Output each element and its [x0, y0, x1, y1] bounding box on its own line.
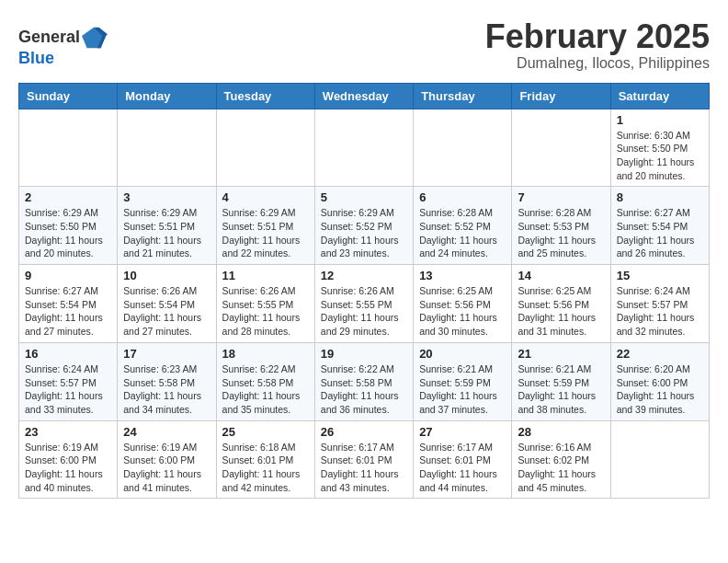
- logo: General Blue: [18, 24, 108, 67]
- day-info: Sunrise: 6:21 AM Sunset: 5:59 PM Dayligh…: [518, 362, 604, 417]
- day-info: Sunrise: 6:22 AM Sunset: 5:58 PM Dayligh…: [321, 362, 407, 417]
- title-area: February 2025 Dumalneg, Ilocos, Philippi…: [485, 18, 710, 72]
- calendar-cell: 27Sunrise: 6:17 AM Sunset: 6:01 PM Dayli…: [414, 420, 512, 499]
- weekday-header-friday: Friday: [512, 83, 610, 109]
- day-number: 28: [518, 425, 604, 439]
- day-number: 2: [25, 190, 111, 204]
- day-info: Sunrise: 6:28 AM Sunset: 5:53 PM Dayligh…: [518, 206, 604, 260]
- day-info: Sunrise: 6:21 AM Sunset: 5:59 PM Dayligh…: [419, 362, 506, 417]
- day-info: Sunrise: 6:25 AM Sunset: 5:56 PM Dayligh…: [419, 284, 506, 339]
- day-number: 24: [123, 425, 210, 439]
- calendar-cell: 5Sunrise: 6:29 AM Sunset: 5:52 PM Daylig…: [314, 187, 413, 265]
- calendar-cell: 15Sunrise: 6:24 AM Sunset: 5:57 PM Dayli…: [610, 265, 709, 343]
- week-row-1: 2Sunrise: 6:29 AM Sunset: 5:50 PM Daylig…: [19, 187, 710, 265]
- calendar-cell: [19, 109, 118, 187]
- week-row-4: 23Sunrise: 6:19 AM Sunset: 6:00 PM Dayli…: [19, 420, 710, 499]
- day-number: 9: [25, 269, 111, 282]
- day-number: 5: [321, 190, 407, 204]
- day-number: 10: [123, 269, 210, 282]
- calendar-cell: 28Sunrise: 6:16 AM Sunset: 6:02 PM Dayli…: [512, 420, 610, 499]
- day-info: Sunrise: 6:17 AM Sunset: 6:01 PM Dayligh…: [419, 441, 506, 495]
- calendar-cell: [118, 109, 216, 187]
- calendar-cell: 17Sunrise: 6:23 AM Sunset: 5:58 PM Dayli…: [118, 342, 216, 420]
- day-number: 11: [222, 269, 309, 282]
- week-row-3: 16Sunrise: 6:24 AM Sunset: 5:57 PM Dayli…: [19, 342, 710, 420]
- day-info: Sunrise: 6:23 AM Sunset: 5:58 PM Dayligh…: [123, 362, 210, 417]
- day-number: 22: [617, 347, 703, 361]
- day-number: 19: [321, 347, 407, 361]
- weekday-header-monday: Monday: [118, 83, 216, 109]
- day-info: Sunrise: 6:29 AM Sunset: 5:50 PM Dayligh…: [25, 206, 111, 260]
- weekday-header-saturday: Saturday: [610, 83, 709, 109]
- day-number: 27: [419, 425, 506, 439]
- calendar-cell: 14Sunrise: 6:25 AM Sunset: 5:56 PM Dayli…: [512, 265, 610, 343]
- calendar-cell: 7Sunrise: 6:28 AM Sunset: 5:53 PM Daylig…: [512, 187, 610, 265]
- day-info: Sunrise: 6:26 AM Sunset: 5:55 PM Dayligh…: [321, 284, 407, 339]
- header: General Blue February 2025 Dumalneg, Ilo…: [18, 18, 710, 72]
- calendar-cell: [314, 109, 413, 187]
- logo-icon: [82, 24, 108, 50]
- day-info: Sunrise: 6:19 AM Sunset: 6:00 PM Dayligh…: [25, 441, 111, 495]
- day-info: Sunrise: 6:24 AM Sunset: 5:57 PM Dayligh…: [617, 284, 703, 339]
- day-info: Sunrise: 6:29 AM Sunset: 5:51 PM Dayligh…: [222, 206, 309, 260]
- location-title: Dumalneg, Ilocos, Philippines: [485, 55, 710, 72]
- calendar-cell: 4Sunrise: 6:29 AM Sunset: 5:51 PM Daylig…: [216, 187, 314, 265]
- week-row-2: 9Sunrise: 6:27 AM Sunset: 5:54 PM Daylig…: [19, 265, 710, 343]
- day-number: 1: [617, 113, 703, 127]
- day-number: 21: [518, 347, 604, 361]
- day-info: Sunrise: 6:26 AM Sunset: 5:55 PM Dayligh…: [222, 284, 309, 339]
- calendar-cell: 21Sunrise: 6:21 AM Sunset: 5:59 PM Dayli…: [512, 342, 610, 420]
- day-info: Sunrise: 6:25 AM Sunset: 5:56 PM Dayligh…: [518, 284, 604, 339]
- month-title: February 2025: [485, 18, 710, 55]
- calendar-cell: 20Sunrise: 6:21 AM Sunset: 5:59 PM Dayli…: [414, 342, 512, 420]
- calendar-cell: 23Sunrise: 6:19 AM Sunset: 6:00 PM Dayli…: [19, 420, 118, 499]
- day-number: 14: [518, 269, 604, 282]
- calendar-cell: 11Sunrise: 6:26 AM Sunset: 5:55 PM Dayli…: [216, 265, 314, 343]
- weekday-header-row: SundayMondayTuesdayWednesdayThursdayFrid…: [19, 83, 710, 109]
- day-info: Sunrise: 6:29 AM Sunset: 5:51 PM Dayligh…: [123, 206, 210, 260]
- day-number: 13: [419, 269, 506, 282]
- day-number: 26: [321, 425, 407, 439]
- day-info: Sunrise: 6:17 AM Sunset: 6:01 PM Dayligh…: [321, 441, 407, 495]
- calendar-cell: 1Sunrise: 6:30 AM Sunset: 5:50 PM Daylig…: [610, 109, 709, 187]
- calendar-cell: 10Sunrise: 6:26 AM Sunset: 5:54 PM Dayli…: [118, 265, 216, 343]
- calendar-cell: 26Sunrise: 6:17 AM Sunset: 6:01 PM Dayli…: [314, 420, 413, 499]
- day-number: 25: [222, 425, 309, 439]
- day-info: Sunrise: 6:16 AM Sunset: 6:02 PM Dayligh…: [518, 441, 604, 495]
- week-row-0: 1Sunrise: 6:30 AM Sunset: 5:50 PM Daylig…: [19, 109, 710, 187]
- day-info: Sunrise: 6:27 AM Sunset: 5:54 PM Dayligh…: [617, 206, 703, 260]
- day-number: 20: [419, 347, 506, 361]
- calendar-cell: [610, 420, 709, 499]
- calendar-cell: 16Sunrise: 6:24 AM Sunset: 5:57 PM Dayli…: [19, 342, 118, 420]
- day-info: Sunrise: 6:29 AM Sunset: 5:52 PM Dayligh…: [321, 206, 407, 260]
- calendar-cell: [512, 109, 610, 187]
- calendar-cell: 22Sunrise: 6:20 AM Sunset: 6:00 PM Dayli…: [610, 342, 709, 420]
- calendar-cell: 19Sunrise: 6:22 AM Sunset: 5:58 PM Dayli…: [314, 342, 413, 420]
- calendar-cell: 18Sunrise: 6:22 AM Sunset: 5:58 PM Dayli…: [216, 342, 314, 420]
- calendar-cell: 24Sunrise: 6:19 AM Sunset: 6:00 PM Dayli…: [118, 420, 216, 499]
- day-number: 23: [25, 425, 111, 439]
- calendar-cell: 8Sunrise: 6:27 AM Sunset: 5:54 PM Daylig…: [610, 187, 709, 265]
- day-info: Sunrise: 6:28 AM Sunset: 5:52 PM Dayligh…: [419, 206, 506, 260]
- weekday-header-wednesday: Wednesday: [314, 83, 413, 109]
- day-info: Sunrise: 6:18 AM Sunset: 6:01 PM Dayligh…: [222, 441, 309, 495]
- day-number: 8: [617, 190, 703, 204]
- day-number: 3: [123, 190, 210, 204]
- logo-blue: Blue: [18, 49, 54, 67]
- day-number: 4: [222, 190, 309, 204]
- day-number: 17: [123, 347, 210, 361]
- weekday-header-sunday: Sunday: [19, 83, 118, 109]
- day-number: 16: [25, 347, 111, 361]
- calendar-cell: 9Sunrise: 6:27 AM Sunset: 5:54 PM Daylig…: [19, 265, 118, 343]
- weekday-header-tuesday: Tuesday: [216, 83, 314, 109]
- calendar-cell: [216, 109, 314, 187]
- day-number: 7: [518, 190, 604, 204]
- day-info: Sunrise: 6:22 AM Sunset: 5:58 PM Dayligh…: [222, 362, 309, 417]
- calendar-cell: 3Sunrise: 6:29 AM Sunset: 5:51 PM Daylig…: [118, 187, 216, 265]
- day-info: Sunrise: 6:24 AM Sunset: 5:57 PM Dayligh…: [25, 362, 111, 417]
- day-number: 18: [222, 347, 309, 361]
- calendar-cell: 6Sunrise: 6:28 AM Sunset: 5:52 PM Daylig…: [414, 187, 512, 265]
- calendar-table: SundayMondayTuesdayWednesdayThursdayFrid…: [18, 83, 710, 500]
- calendar-body: 1Sunrise: 6:30 AM Sunset: 5:50 PM Daylig…: [19, 109, 710, 499]
- calendar-cell: 12Sunrise: 6:26 AM Sunset: 5:55 PM Dayli…: [314, 265, 413, 343]
